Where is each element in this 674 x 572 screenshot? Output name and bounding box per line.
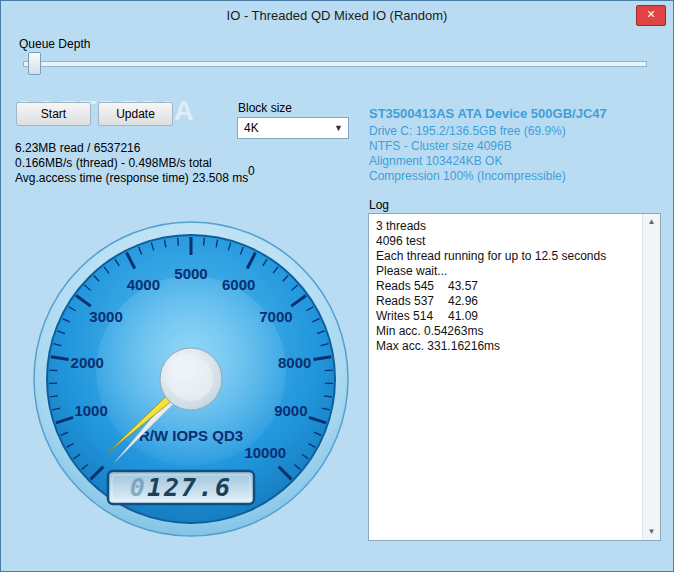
lcd-ghost-digit: 0 xyxy=(130,473,147,502)
update-button[interactable]: Update xyxy=(98,102,173,126)
iops-gauge: 1000200030004000500060007000800090001000… xyxy=(26,211,356,556)
chevron-down-icon: ▼ xyxy=(334,118,343,138)
start-button[interactable]: Start xyxy=(16,102,91,126)
drive-info-line: Alignment 103424KB OK xyxy=(369,154,607,169)
svg-text:0127.6: 0127.6 xyxy=(130,473,232,502)
drive-info-line: Compression 100% (Incompressible) xyxy=(369,169,607,184)
svg-text:9000: 9000 xyxy=(274,402,307,419)
queue-depth-slider[interactable] xyxy=(23,51,647,77)
block-size-select[interactable]: 4K ▼ xyxy=(237,117,349,139)
gauge-title: R/W IOPS QD3 xyxy=(139,427,243,444)
window-title: IO - Threaded QD Mixed IO (Random) xyxy=(227,8,448,23)
log-box[interactable]: 3 threads4096 testEach thread running fo… xyxy=(368,213,661,541)
svg-text:4000: 4000 xyxy=(127,276,160,293)
log-line: Writes 51441.09 xyxy=(376,309,640,324)
log-line: Please wait... xyxy=(376,264,640,279)
stats-access-line: Avg.access time (response time) 23.508 m… xyxy=(15,171,248,186)
drive-info-panel: ST3500413AS ATA Device 500GB/JC47 Drive … xyxy=(369,106,607,184)
svg-text:8000: 8000 xyxy=(278,354,311,371)
log-line: 3 threads xyxy=(376,219,640,234)
log-line: Reads 53742.96 xyxy=(376,294,640,309)
gauge-hub-inner xyxy=(169,357,213,401)
scroll-up-icon[interactable]: ▲ xyxy=(643,214,660,230)
close-button[interactable]: ✕ xyxy=(636,5,666,26)
log-scrollbar[interactable]: ▲ ▼ xyxy=(642,214,660,540)
log-line: Min acc. 0.54263ms xyxy=(376,324,640,339)
svg-text:6000: 6000 xyxy=(222,276,255,293)
queue-depth-label: Queue Depth xyxy=(19,37,90,51)
close-icon: ✕ xyxy=(646,8,655,20)
slider-thumb[interactable] xyxy=(28,52,41,75)
slider-track[interactable] xyxy=(23,61,647,67)
log-line: Each thread running for up to 12.5 secon… xyxy=(376,249,640,264)
stats-speed-line: 0.166MB/s (thread) - 0.498MB/s total xyxy=(15,156,248,171)
scroll-down-icon[interactable]: ▼ xyxy=(643,524,660,540)
drive-info-lines: Drive C: 195.2/136.5GB free (69.9%)NTFS … xyxy=(369,124,607,184)
stats-block: 6.23MB read / 6537216 0.166MB/s (thread)… xyxy=(15,141,248,186)
svg-text:5000: 5000 xyxy=(174,265,207,282)
block-size-label: Block size xyxy=(238,101,292,115)
drive-info-line: NTFS - Cluster size 4096B xyxy=(369,139,607,154)
svg-text:1000: 1000 xyxy=(74,402,107,419)
block-size-value: 4K xyxy=(244,121,259,135)
log-line: Max acc. 331.16216ms xyxy=(376,339,640,354)
log-line: 4096 test xyxy=(376,234,640,249)
svg-text:2000: 2000 xyxy=(71,354,104,371)
log-line: Reads 54543.57 xyxy=(376,279,640,294)
lcd-value: 127.6 xyxy=(147,473,232,502)
log-content: 3 threads4096 testEach thread running fo… xyxy=(376,219,640,354)
counter-value: 0 xyxy=(248,164,255,178)
svg-text:3000: 3000 xyxy=(89,308,122,325)
gauge-lcd-display: 0127.6 xyxy=(108,471,254,504)
svg-text:7000: 7000 xyxy=(259,308,292,325)
svg-text:10000: 10000 xyxy=(244,444,286,461)
drive-model: ST3500413AS ATA Device 500GB/JC47 xyxy=(369,106,607,121)
app-window: IO - Threaded QD Mixed IO (Random) ✕ Que… xyxy=(0,0,674,572)
drive-info-line: Drive C: 195.2/136.5GB free (69.9%) xyxy=(369,124,607,139)
log-label: Log xyxy=(369,198,389,212)
gauge-svg: 1000200030004000500060007000800090001000… xyxy=(26,211,356,556)
stats-read-line: 6.23MB read / 6537216 xyxy=(15,141,248,156)
title-bar[interactable]: IO - Threaded QD Mixed IO (Random) xyxy=(1,1,673,31)
